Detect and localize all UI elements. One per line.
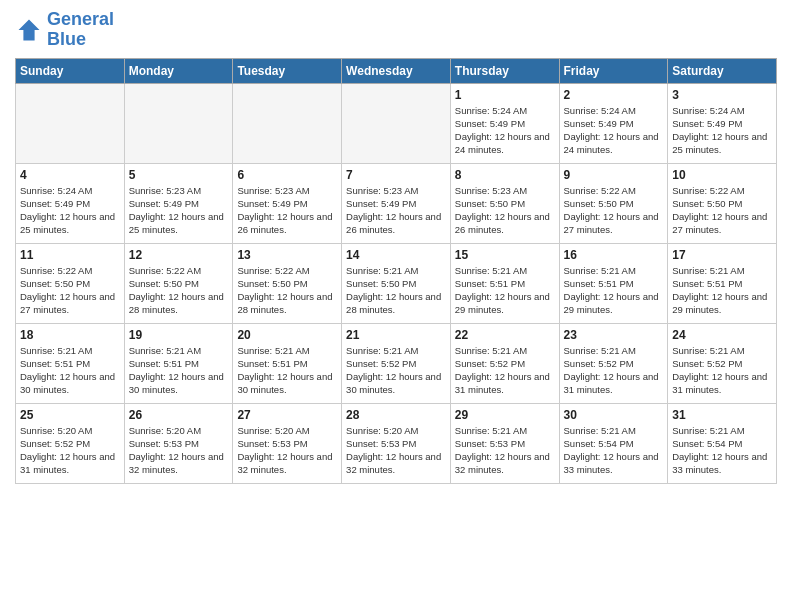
day-info: Sunrise: 5:21 AMSunset: 5:50 PMDaylight:…: [346, 264, 446, 317]
day-info: Sunrise: 5:24 AMSunset: 5:49 PMDaylight:…: [20, 184, 120, 237]
day-number: 6: [237, 168, 337, 182]
calendar-table: SundayMondayTuesdayWednesdayThursdayFrid…: [15, 58, 777, 484]
weekday-header-wednesday: Wednesday: [342, 58, 451, 83]
day-info: Sunrise: 5:21 AMSunset: 5:51 PMDaylight:…: [672, 264, 772, 317]
calendar-cell: [342, 83, 451, 163]
calendar-cell: 18Sunrise: 5:21 AMSunset: 5:51 PMDayligh…: [16, 323, 125, 403]
day-number: 8: [455, 168, 555, 182]
day-number: 12: [129, 248, 229, 262]
day-number: 20: [237, 328, 337, 342]
weekday-header-friday: Friday: [559, 58, 668, 83]
day-number: 4: [20, 168, 120, 182]
day-number: 9: [564, 168, 664, 182]
calendar-cell: 11Sunrise: 5:22 AMSunset: 5:50 PMDayligh…: [16, 243, 125, 323]
page-header: General Blue: [15, 10, 777, 50]
day-info: Sunrise: 5:22 AMSunset: 5:50 PMDaylight:…: [564, 184, 664, 237]
day-info: Sunrise: 5:20 AMSunset: 5:52 PMDaylight:…: [20, 424, 120, 477]
calendar-cell: 12Sunrise: 5:22 AMSunset: 5:50 PMDayligh…: [124, 243, 233, 323]
day-info: Sunrise: 5:21 AMSunset: 5:52 PMDaylight:…: [455, 344, 555, 397]
calendar-week-4: 18Sunrise: 5:21 AMSunset: 5:51 PMDayligh…: [16, 323, 777, 403]
day-info: Sunrise: 5:21 AMSunset: 5:54 PMDaylight:…: [672, 424, 772, 477]
day-info: Sunrise: 5:22 AMSunset: 5:50 PMDaylight:…: [672, 184, 772, 237]
day-number: 22: [455, 328, 555, 342]
day-number: 7: [346, 168, 446, 182]
day-number: 11: [20, 248, 120, 262]
weekday-header-sunday: Sunday: [16, 58, 125, 83]
day-info: Sunrise: 5:21 AMSunset: 5:53 PMDaylight:…: [455, 424, 555, 477]
day-number: 14: [346, 248, 446, 262]
calendar-cell: 24Sunrise: 5:21 AMSunset: 5:52 PMDayligh…: [668, 323, 777, 403]
day-info: Sunrise: 5:21 AMSunset: 5:51 PMDaylight:…: [455, 264, 555, 317]
calendar-cell: 23Sunrise: 5:21 AMSunset: 5:52 PMDayligh…: [559, 323, 668, 403]
day-info: Sunrise: 5:24 AMSunset: 5:49 PMDaylight:…: [455, 104, 555, 157]
calendar-cell: 6Sunrise: 5:23 AMSunset: 5:49 PMDaylight…: [233, 163, 342, 243]
calendar-cell: 19Sunrise: 5:21 AMSunset: 5:51 PMDayligh…: [124, 323, 233, 403]
day-info: Sunrise: 5:21 AMSunset: 5:51 PMDaylight:…: [20, 344, 120, 397]
calendar-cell: 3Sunrise: 5:24 AMSunset: 5:49 PMDaylight…: [668, 83, 777, 163]
day-number: 5: [129, 168, 229, 182]
calendar-cell: 29Sunrise: 5:21 AMSunset: 5:53 PMDayligh…: [450, 403, 559, 483]
weekday-header-saturday: Saturday: [668, 58, 777, 83]
day-number: 21: [346, 328, 446, 342]
day-number: 29: [455, 408, 555, 422]
day-info: Sunrise: 5:24 AMSunset: 5:49 PMDaylight:…: [564, 104, 664, 157]
day-info: Sunrise: 5:21 AMSunset: 5:51 PMDaylight:…: [564, 264, 664, 317]
day-info: Sunrise: 5:21 AMSunset: 5:54 PMDaylight:…: [564, 424, 664, 477]
day-info: Sunrise: 5:23 AMSunset: 5:49 PMDaylight:…: [129, 184, 229, 237]
day-info: Sunrise: 5:20 AMSunset: 5:53 PMDaylight:…: [346, 424, 446, 477]
weekday-header-monday: Monday: [124, 58, 233, 83]
day-number: 1: [455, 88, 555, 102]
calendar-cell: 4Sunrise: 5:24 AMSunset: 5:49 PMDaylight…: [16, 163, 125, 243]
calendar-cell: 17Sunrise: 5:21 AMSunset: 5:51 PMDayligh…: [668, 243, 777, 323]
day-number: 18: [20, 328, 120, 342]
day-number: 13: [237, 248, 337, 262]
day-number: 23: [564, 328, 664, 342]
day-number: 28: [346, 408, 446, 422]
logo-text: General Blue: [47, 10, 114, 50]
day-info: Sunrise: 5:20 AMSunset: 5:53 PMDaylight:…: [129, 424, 229, 477]
calendar-cell: 13Sunrise: 5:22 AMSunset: 5:50 PMDayligh…: [233, 243, 342, 323]
svg-marker-0: [19, 19, 40, 40]
day-number: 31: [672, 408, 772, 422]
day-number: 16: [564, 248, 664, 262]
day-number: 27: [237, 408, 337, 422]
weekday-header-tuesday: Tuesday: [233, 58, 342, 83]
calendar-cell: 20Sunrise: 5:21 AMSunset: 5:51 PMDayligh…: [233, 323, 342, 403]
logo-icon: [15, 16, 43, 44]
calendar-cell: [124, 83, 233, 163]
day-number: 2: [564, 88, 664, 102]
day-info: Sunrise: 5:23 AMSunset: 5:50 PMDaylight:…: [455, 184, 555, 237]
calendar-week-1: 1Sunrise: 5:24 AMSunset: 5:49 PMDaylight…: [16, 83, 777, 163]
calendar-cell: 30Sunrise: 5:21 AMSunset: 5:54 PMDayligh…: [559, 403, 668, 483]
calendar-cell: 7Sunrise: 5:23 AMSunset: 5:49 PMDaylight…: [342, 163, 451, 243]
day-number: 30: [564, 408, 664, 422]
calendar-cell: 8Sunrise: 5:23 AMSunset: 5:50 PMDaylight…: [450, 163, 559, 243]
calendar-cell: 25Sunrise: 5:20 AMSunset: 5:52 PMDayligh…: [16, 403, 125, 483]
calendar-cell: 9Sunrise: 5:22 AMSunset: 5:50 PMDaylight…: [559, 163, 668, 243]
weekday-header-thursday: Thursday: [450, 58, 559, 83]
calendar-cell: 22Sunrise: 5:21 AMSunset: 5:52 PMDayligh…: [450, 323, 559, 403]
day-number: 25: [20, 408, 120, 422]
calendar-week-3: 11Sunrise: 5:22 AMSunset: 5:50 PMDayligh…: [16, 243, 777, 323]
day-info: Sunrise: 5:21 AMSunset: 5:52 PMDaylight:…: [346, 344, 446, 397]
calendar-cell: 1Sunrise: 5:24 AMSunset: 5:49 PMDaylight…: [450, 83, 559, 163]
calendar-cell: 15Sunrise: 5:21 AMSunset: 5:51 PMDayligh…: [450, 243, 559, 323]
calendar-week-2: 4Sunrise: 5:24 AMSunset: 5:49 PMDaylight…: [16, 163, 777, 243]
calendar-week-5: 25Sunrise: 5:20 AMSunset: 5:52 PMDayligh…: [16, 403, 777, 483]
calendar-cell: 16Sunrise: 5:21 AMSunset: 5:51 PMDayligh…: [559, 243, 668, 323]
day-info: Sunrise: 5:21 AMSunset: 5:51 PMDaylight:…: [237, 344, 337, 397]
day-info: Sunrise: 5:22 AMSunset: 5:50 PMDaylight:…: [20, 264, 120, 317]
day-info: Sunrise: 5:23 AMSunset: 5:49 PMDaylight:…: [346, 184, 446, 237]
day-info: Sunrise: 5:21 AMSunset: 5:51 PMDaylight:…: [129, 344, 229, 397]
day-number: 17: [672, 248, 772, 262]
calendar-cell: 10Sunrise: 5:22 AMSunset: 5:50 PMDayligh…: [668, 163, 777, 243]
weekday-header-row: SundayMondayTuesdayWednesdayThursdayFrid…: [16, 58, 777, 83]
logo: General Blue: [15, 10, 114, 50]
calendar-cell: 2Sunrise: 5:24 AMSunset: 5:49 PMDaylight…: [559, 83, 668, 163]
day-info: Sunrise: 5:23 AMSunset: 5:49 PMDaylight:…: [237, 184, 337, 237]
calendar-cell: 28Sunrise: 5:20 AMSunset: 5:53 PMDayligh…: [342, 403, 451, 483]
calendar-cell: 14Sunrise: 5:21 AMSunset: 5:50 PMDayligh…: [342, 243, 451, 323]
day-number: 19: [129, 328, 229, 342]
day-number: 15: [455, 248, 555, 262]
day-info: Sunrise: 5:22 AMSunset: 5:50 PMDaylight:…: [129, 264, 229, 317]
